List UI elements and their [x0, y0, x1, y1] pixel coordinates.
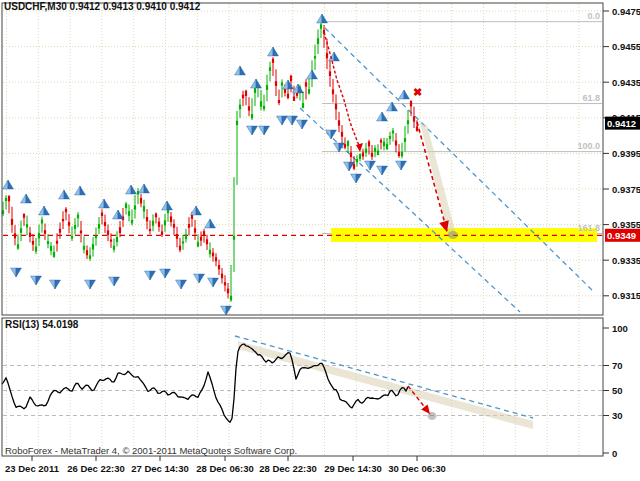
candlestick-body [32, 241, 34, 245]
fractal-down-icon [297, 120, 303, 129]
descending-channel-trendline[interactable] [300, 108, 520, 312]
candlestick-body [365, 149, 367, 153]
candlestick-body [56, 241, 58, 244]
candlestick-body [410, 101, 412, 107]
fractal-down-icon [370, 161, 376, 170]
fractal-up-icon [256, 79, 262, 88]
rsi-panel-frame [2, 318, 603, 456]
fractal-down-icon [165, 269, 171, 278]
fractal-up-icon [240, 66, 246, 75]
fractal-down-icon [145, 271, 151, 280]
candlestick-body [125, 204, 127, 209]
fractal-down-icon [282, 116, 288, 125]
candlestick-body [290, 76, 292, 82]
candlestick-body [281, 82, 283, 85]
time-label: 23 Dec 2011 [5, 463, 59, 474]
candlestick-body [221, 274, 223, 279]
candlestick-body [407, 120, 409, 124]
descending-channel-trendline[interactable] [325, 28, 592, 290]
candlestick-body [44, 230, 46, 234]
candlestick-body [392, 130, 394, 133]
chart-canvas[interactable]: 0.061.8100.0161.8✖0.94750.94550.94350.94… [0, 0, 640, 481]
candlestick-body [317, 38, 319, 44]
candlestick-body [302, 103, 304, 108]
candlestick-body [74, 225, 76, 229]
candlestick-body [92, 244, 94, 249]
fractal-up-icon [3, 180, 9, 189]
fractal-up-icon [162, 201, 168, 210]
time-label: 30 Dec 06:30 [388, 463, 446, 474]
rsi-tick-label: 0 [612, 448, 617, 459]
fractal-down-icon [31, 276, 37, 285]
price-tick-label: 0.9435 [612, 77, 640, 88]
fractal-up-icon [205, 219, 211, 228]
candlestick-body [242, 95, 244, 99]
candlestick-body [356, 159, 358, 162]
candlestick-body [206, 239, 208, 244]
candlestick-body [95, 236, 97, 238]
fractal-down-icon [356, 174, 362, 183]
candlestick-body [140, 198, 142, 204]
fractal-up-icon [404, 90, 410, 99]
rsi-trendline-shadow [238, 341, 533, 429]
candlestick-body [335, 104, 337, 109]
fractal-up-icon [75, 186, 81, 195]
candlestick-body [245, 91, 247, 96]
candlestick-body [62, 219, 64, 221]
candlestick-body [116, 237, 118, 242]
fractal-down-icon [221, 306, 227, 315]
fractal-down-icon [208, 278, 214, 287]
fractal-down-icon [334, 143, 340, 152]
candlestick-body [110, 240, 112, 242]
candlestick-body [8, 196, 10, 202]
candlestick-body [41, 220, 43, 224]
fractal-up-icon [307, 70, 313, 79]
fractal-up-icon [312, 70, 318, 79]
candlestick-body [11, 219, 13, 225]
price-tick-label: 0.9335 [612, 255, 640, 266]
candlestick-body [389, 136, 391, 139]
candlestick-body [332, 89, 334, 94]
candlestick-body [65, 209, 67, 212]
fractal-up-icon [283, 80, 289, 89]
candlestick-body [398, 152, 400, 156]
candlestick-body [248, 106, 250, 110]
candlestick-body [359, 154, 361, 159]
candlestick-body [260, 101, 262, 106]
time-label: 28 Dec 22:30 [259, 463, 317, 474]
candlestick-body [326, 53, 328, 58]
candlestick-body [86, 250, 88, 255]
candlestick-body [308, 89, 310, 93]
fractal-up-icon [64, 190, 70, 199]
current-price-value: 0.9412 [607, 118, 636, 129]
candlestick-body [347, 141, 349, 146]
rsi-trendline[interactable] [235, 336, 533, 418]
candlestick-body [344, 144, 346, 148]
candlestick-body [104, 222, 106, 226]
fractal-down-icon [85, 280, 91, 289]
fractal-down-icon [302, 120, 308, 129]
copyright-text: RoboForex - MetaTrader 4, © 2001-2011 Me… [5, 445, 297, 456]
fib-level-label: 61.8 [582, 93, 600, 103]
x-marker: ✖ [413, 86, 422, 98]
rsi-line [2, 344, 408, 422]
candlestick-body [158, 222, 160, 227]
candlestick-body [71, 236, 73, 238]
fractal-down-icon [382, 166, 388, 175]
fractal-up-icon [298, 84, 304, 93]
candlestick-body [203, 231, 205, 235]
candlestick-body [35, 246, 37, 251]
fractal-up-icon [196, 206, 202, 215]
candlestick-body [50, 246, 52, 251]
candlestick-body [404, 138, 406, 142]
fractal-down-icon [176, 280, 182, 289]
fractal-down-icon [16, 268, 22, 277]
forecast-arrow-line[interactable] [417, 122, 447, 231]
rsi-tick-label: 30 [612, 410, 623, 421]
candlestick-body [230, 296, 232, 300]
fractal-up-icon [377, 112, 383, 121]
candlestick-body [329, 71, 331, 76]
candlestick-body [275, 81, 277, 86]
fractal-up-icon [167, 201, 173, 210]
price-tick-label: 0.9455 [612, 41, 640, 52]
